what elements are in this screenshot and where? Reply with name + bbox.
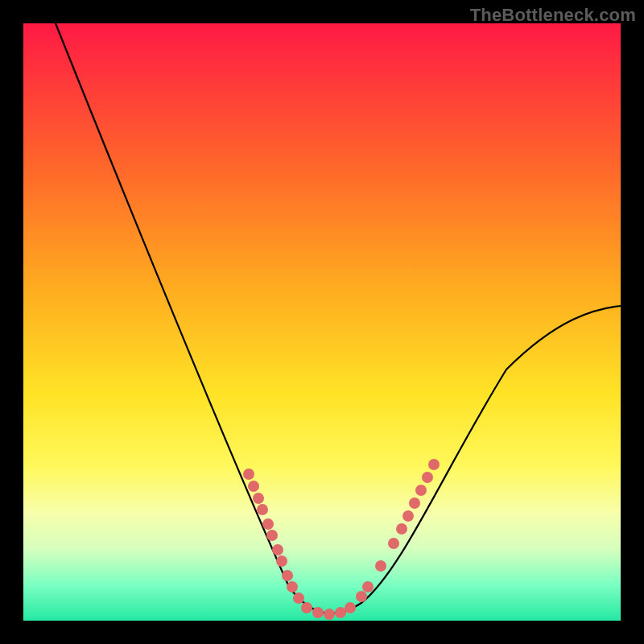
marker-bottom-0 [301, 602, 312, 613]
marker-left-1 [248, 481, 259, 492]
marker-bottom-2 [324, 609, 335, 620]
marker-left-8 [282, 570, 293, 581]
marker-right-7 [415, 485, 427, 496]
marker-left-3 [257, 504, 268, 515]
marker-bottom-1 [312, 607, 324, 618]
marker-right-4 [396, 523, 407, 535]
marker-right-1 [362, 581, 374, 592]
chart-plot-area [23, 23, 621, 621]
marker-right-3 [388, 538, 399, 549]
marker-left-9 [287, 581, 298, 592]
marker-left-10 [293, 592, 304, 604]
marker-left-2 [253, 493, 264, 504]
bottleneck-curve [52, 15, 635, 613]
marker-left-6 [272, 544, 283, 555]
watermark-text: TheBottleneck.com [470, 5, 636, 26]
marker-left-0 [243, 469, 254, 480]
marker-bottom-3 [335, 607, 346, 618]
marker-left-7 [276, 555, 287, 567]
marker-bottom-4 [345, 602, 356, 613]
chart-svg [23, 23, 621, 621]
marker-left-4 [262, 518, 274, 530]
marker-right-8 [422, 472, 433, 483]
marker-right-6 [409, 497, 420, 509]
marker-left-5 [266, 530, 278, 541]
marker-right-5 [402, 510, 414, 522]
marker-right-2 [375, 560, 386, 572]
marker-right-0 [356, 591, 367, 602]
marker-right-9 [428, 459, 440, 470]
